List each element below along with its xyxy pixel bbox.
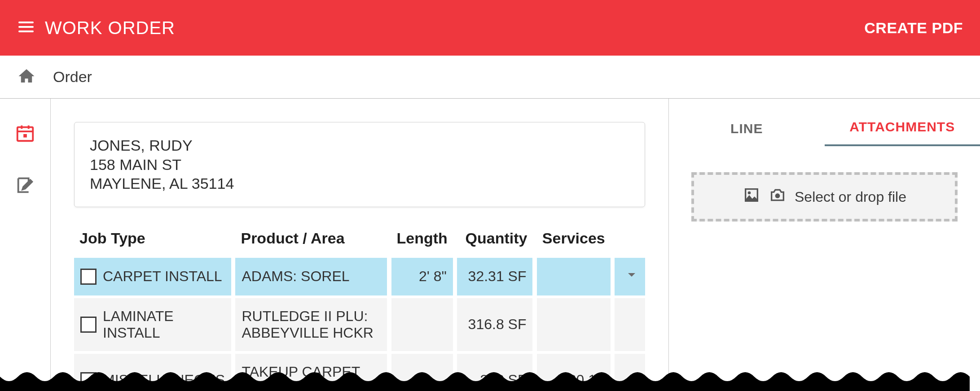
services [537,255,611,295]
customer-street: 158 MAIN ST [90,155,629,174]
quantity: 32.31 SF [457,255,532,295]
create-pdf-button[interactable]: CREATE PDF [864,19,963,37]
product-area: RUTLEDGE II PLU: ABBEYVILLE HCKR [235,295,387,351]
row-checkbox[interactable] [80,317,97,333]
file-dropzone[interactable]: Select or drop file [691,172,958,222]
job-type: LAMINATE INSTALL [103,308,225,341]
chevron-down-icon[interactable] [624,269,639,285]
calendar-icon[interactable] [15,123,35,145]
quantity: 316.8 SF [457,295,532,351]
col-job-type: Job Type [74,226,231,255]
app-header: WORK ORDER CREATE PDF [0,0,980,56]
customer-city: MAYLENE, AL 35114 [90,174,629,193]
tab-line[interactable]: LINE [669,121,825,146]
detail-tabs: LINE ATTACHMENTS [669,109,980,146]
job-type: MISCELLANEOUS [103,372,225,388]
customer-name: JONES, RUDY [90,136,629,155]
product-area: TAKEUP CARPET REG [235,351,387,391]
product-area: ADAMS: SOREL [235,255,387,295]
length: 2' 8" [391,255,453,295]
length [391,351,453,391]
job-type: CARPET INSTALL [103,268,222,285]
breadcrumb-label: Order [53,68,92,86]
camera-icon [769,186,787,208]
table-row[interactable]: CARPET INSTALLADAMS: SOREL2' 8"32.31 SF [74,255,645,295]
row-checkbox[interactable] [80,269,97,285]
col-length: Length [391,226,453,255]
edit-note-icon[interactable] [15,175,35,197]
svg-point-9 [775,193,780,198]
customer-card: JONES, RUDY 158 MAIN ST MAYLENE, AL 3511… [74,122,645,207]
svg-point-8 [748,191,751,195]
header-left: WORK ORDER [17,18,175,38]
col-quantity: Quantity [457,226,532,255]
length [391,295,453,351]
col-product: Product / Area [235,226,387,255]
breadcrumb: Order [0,56,980,99]
menu-icon[interactable] [17,18,35,38]
dropzone-label: Select or drop file [795,189,906,205]
app-body: JONES, RUDY 158 MAIN ST MAYLENE, AL 3511… [0,99,980,391]
detail-panel: LINE ATTACHMENTS Select or drop file [669,99,980,391]
tab-attachments[interactable]: ATTACHMENTS [825,119,980,146]
image-icon [743,186,760,208]
col-services: Services [537,226,611,255]
table-row[interactable]: LAMINATE INSTALLRUTLEDGE II PLU: ABBEYVI… [74,295,645,351]
table-row[interactable]: MISCELLANEOUSTAKEUP CARPET REG288 SF$20.… [74,351,645,391]
services [537,295,611,351]
order-main: JONES, RUDY 158 MAIN ST MAYLENE, AL 3511… [51,99,669,391]
home-icon[interactable] [17,67,36,87]
table-header-row: Job Type Product / Area Length Quantity … [74,226,645,255]
app-title: WORK ORDER [45,18,175,38]
left-rail [0,99,51,391]
row-checkbox[interactable] [80,372,97,388]
svg-rect-7 [23,134,27,138]
order-lines-table: Job Type Product / Area Length Quantity … [74,226,645,391]
services: $20.16 [537,351,611,391]
quantity: 288 SF [457,351,532,391]
